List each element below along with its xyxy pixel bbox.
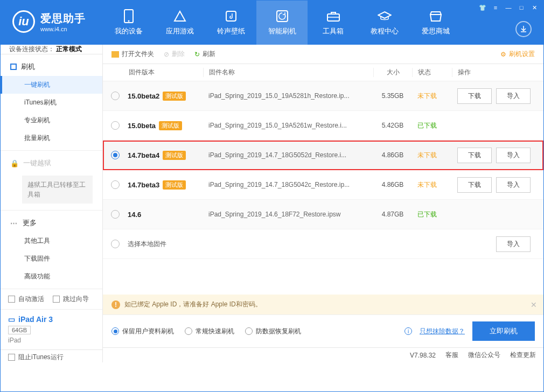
- local-radio[interactable]: [111, 240, 120, 248]
- block-itunes-checkbox[interactable]: [8, 354, 15, 361]
- sidebar: 设备连接状态：正常模式 刷机 一键刷机 iTunes刷机 专业刷机 批量刷机 🔒…: [1, 45, 103, 362]
- folder-icon: [111, 51, 119, 58]
- download-button[interactable]: 下载: [457, 177, 492, 193]
- sidebar-download-firmware[interactable]: 下载固件: [1, 250, 102, 268]
- download-button[interactable]: 下载: [457, 88, 492, 104]
- header-action: 操作: [452, 68, 538, 77]
- refresh-icon: [275, 9, 289, 23]
- firmware-version: 15.0beta: [128, 122, 156, 130]
- main-panel: 打开文件夹 ⊘删除 ↻刷新 ⚙刷机设置 固件版本 固件名称 大小 状态 操作 1…: [103, 45, 543, 362]
- minimize-icon[interactable]: —: [503, 3, 514, 12]
- import-button[interactable]: 导入: [496, 177, 531, 193]
- title-bar: iu 爱思助手 www.i4.cn 我的设备 应用游戏 铃声壁纸 智能刷机 工具…: [1, 1, 543, 45]
- graduation-icon: [378, 9, 392, 23]
- music-icon: [224, 9, 238, 23]
- firmware-version: 14.7beta4: [128, 151, 159, 159]
- sidebar-advanced[interactable]: 高级功能: [1, 268, 102, 285]
- version-label: V7.98.32: [410, 352, 436, 359]
- firmware-status: 未下载: [412, 151, 452, 160]
- nav-toolbox[interactable]: 工具箱: [308, 1, 359, 45]
- firmware-version: 14.6: [128, 211, 141, 219]
- download-indicator-icon[interactable]: [515, 21, 532, 37]
- sidebar-statusbar: 阻止iTunes运行: [1, 349, 102, 365]
- sidebar-flash-header[interactable]: 刷机: [1, 58, 102, 76]
- options-bar: 保留用户资料刷机 常规快速刷机 防数据恢复刷机 i 只想抹除数据？ 立即刷机: [103, 314, 543, 347]
- service-link[interactable]: 客服: [445, 351, 458, 360]
- flash-settings-button[interactable]: ⚙刷机设置: [500, 50, 535, 59]
- check-update-link[interactable]: 检查更新: [510, 351, 536, 360]
- statusbar: V7.98.32 客服 微信公众号 检查更新: [103, 347, 543, 362]
- refresh-button[interactable]: ↻刷新: [194, 50, 215, 59]
- nav-apps[interactable]: 应用游戏: [154, 1, 205, 45]
- nav-tutorial[interactable]: 教程中心: [359, 1, 410, 45]
- firmware-status: 未下载: [412, 180, 452, 190]
- firmware-table: 15.0beta2测试版iPad_Spring_2019_15.0_19A528…: [103, 81, 543, 229]
- firmware-size: 5.35GB: [373, 92, 412, 100]
- sidebar-pro-flash[interactable]: 专业刷机: [1, 111, 102, 129]
- radio-icon: [111, 327, 119, 335]
- app-name: 爱思助手: [40, 11, 86, 26]
- header-size: 大小: [373, 68, 412, 77]
- sidebar-jailbreak-header: 🔒一键越狱: [1, 154, 102, 172]
- logo: iu 爱思助手 www.i4.cn: [1, 1, 103, 33]
- header-status: 状态: [412, 68, 452, 77]
- import-button[interactable]: 导入: [496, 88, 531, 104]
- download-button[interactable]: 下载: [457, 148, 492, 163]
- skip-guide-checkbox[interactable]: [53, 296, 60, 303]
- sidebar-itunes-flash[interactable]: iTunes刷机: [1, 94, 102, 111]
- firmware-status: 已下载: [412, 121, 452, 130]
- gear-icon: ⚙: [500, 51, 506, 58]
- phone-icon: [122, 9, 136, 23]
- refresh-icon: ↻: [194, 51, 200, 58]
- firmware-row[interactable]: 14.6iPad_Spring_2019_14.6_18F72_Restore.…: [103, 200, 543, 229]
- close-icon[interactable]: ✕: [528, 3, 540, 12]
- row-radio[interactable]: [111, 121, 120, 130]
- beta-badge: 测试版: [163, 151, 186, 160]
- firmware-version: 15.0beta2: [128, 92, 159, 100]
- warning-text: 如已绑定 Apple ID，请准备好 Apple ID和密码。: [124, 300, 262, 309]
- firmware-size: 4.87GB: [373, 211, 412, 218]
- radio-icon: [185, 327, 192, 335]
- row-radio[interactable]: [111, 151, 120, 159]
- nav-store[interactable]: 爱思商城: [410, 1, 461, 45]
- auto-activate-checkbox[interactable]: [8, 296, 15, 303]
- opt-anti-loss[interactable]: 防数据恢复刷机: [245, 327, 301, 336]
- warning-close-icon[interactable]: ✕: [531, 300, 537, 309]
- open-folder-button[interactable]: 打开文件夹: [111, 50, 154, 59]
- warning-bar: ! 如已绑定 Apple ID，请准备好 Apple ID和密码。 ✕: [103, 295, 543, 314]
- shirt-icon[interactable]: 👕: [477, 3, 489, 12]
- firmware-row[interactable]: 15.0beta测试版iPad_Spring_2019_15.0_19A5261…: [103, 111, 543, 141]
- local-import-button[interactable]: 导入: [496, 236, 531, 252]
- sidebar-more-header[interactable]: ⋯更多: [1, 214, 102, 232]
- row-radio[interactable]: [111, 92, 120, 100]
- connection-status: 设备连接状态：正常模式: [1, 45, 102, 54]
- firmware-row[interactable]: 14.7beta4测试版iPad_Spring_2019_14.7_18G505…: [103, 141, 543, 170]
- opt-keep-data[interactable]: 保留用户资料刷机: [111, 327, 174, 336]
- firmware-row[interactable]: 15.0beta2测试版iPad_Spring_2019_15.0_19A528…: [103, 81, 543, 111]
- sidebar-other-tools[interactable]: 其他工具: [1, 232, 102, 250]
- device-capacity: 64GB: [8, 326, 31, 334]
- row-radio[interactable]: [111, 180, 120, 189]
- row-radio[interactable]: [111, 210, 120, 219]
- delete-button[interactable]: ⊘删除: [164, 50, 185, 59]
- firmware-name: iPad_Spring_2019_14.7_18G5052d_Restore.i…: [203, 151, 373, 159]
- flash-icon: [10, 64, 17, 70]
- wechat-link[interactable]: 微信公众号: [468, 351, 500, 360]
- sidebar-one-click-flash[interactable]: 一键刷机: [1, 76, 102, 94]
- firmware-row[interactable]: 14.7beta3测试版iPad_Spring_2019_14.7_18G504…: [103, 170, 543, 200]
- menu-icon[interactable]: ≡: [490, 3, 501, 12]
- opt-quick[interactable]: 常规快速刷机: [185, 327, 234, 336]
- nav-my-device[interactable]: 我的设备: [103, 1, 154, 45]
- warning-icon: !: [111, 300, 120, 309]
- import-button[interactable]: 导入: [496, 148, 531, 163]
- firmware-name: iPad_Spring_2019_14.7_18G5042c_Restore.i…: [203, 181, 373, 188]
- device-info: ▭iPad Air 3 64GB iPad: [1, 309, 102, 349]
- nav-smart-flash[interactable]: 智能刷机: [256, 1, 308, 45]
- erase-link[interactable]: 只想抹除数据？: [420, 327, 465, 336]
- maximize-icon[interactable]: □: [515, 3, 527, 12]
- nav-ringtone[interactable]: 铃声壁纸: [205, 1, 256, 45]
- firmware-status: 已下载: [412, 210, 452, 219]
- flash-now-button[interactable]: 立即刷机: [472, 321, 535, 341]
- toolbar: 打开文件夹 ⊘删除 ↻刷新 ⚙刷机设置: [103, 45, 543, 64]
- sidebar-batch-flash[interactable]: 批量刷机: [1, 129, 102, 147]
